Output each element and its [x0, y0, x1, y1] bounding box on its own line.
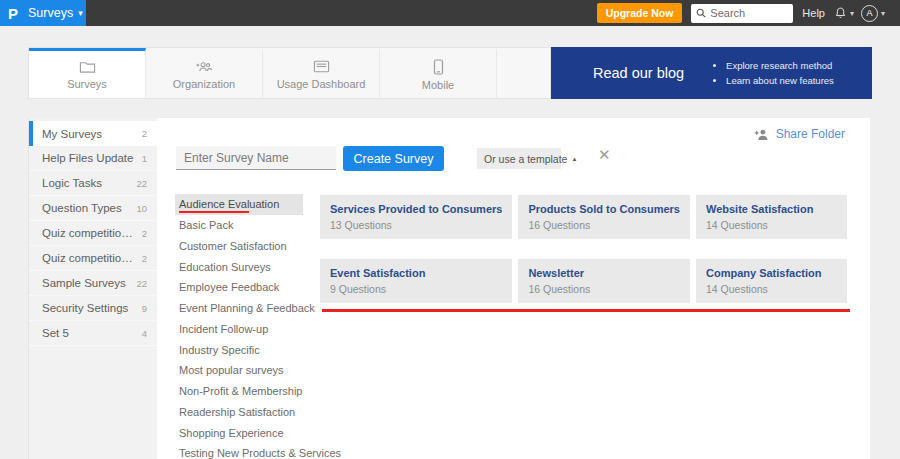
template-title: Event Satisfaction	[330, 267, 502, 279]
tab-organization[interactable]: Organization	[146, 48, 263, 98]
template-card-services-provided[interactable]: Services Provided to Consumers 13 Questi…	[320, 195, 512, 239]
template-question-count: 14 Questions	[706, 219, 837, 231]
category-item-non-profit-membership[interactable]: Non-Profit & Membership	[175, 381, 303, 402]
category-item-most-popular-surveys[interactable]: Most popular surveys	[175, 360, 303, 381]
category-item-employee-feedback[interactable]: Employee Feedback	[175, 277, 303, 298]
tabs-filler	[497, 48, 550, 98]
blog-bullet: Explore research method	[726, 58, 834, 73]
tabs-strip: Surveys Organization Usage Dashboard Mob…	[28, 47, 551, 99]
sidebar-item-count: 10	[136, 203, 147, 214]
template-question-count: 14 Questions	[706, 283, 837, 295]
share-folder-label: Share Folder	[776, 127, 845, 141]
category-item-testing-new-products[interactable]: Testing New Products & Services	[175, 443, 303, 459]
category-item-customer-satisfaction[interactable]: Customer Satisfaction	[175, 236, 303, 257]
template-card-company-satisfaction[interactable]: Company Satisfaction 14 Questions	[696, 259, 847, 303]
tab-surveys[interactable]: Surveys	[29, 48, 146, 98]
category-item-shopping-experience[interactable]: Shopping Experience	[175, 422, 303, 443]
dashboard-icon	[313, 59, 330, 74]
sidebar-item-label: Security Settings	[42, 302, 136, 314]
template-card-website-satisfaction[interactable]: Website Satisfaction 14 Questions	[696, 195, 847, 239]
avatar[interactable]: A	[861, 5, 878, 22]
template-dropdown-label: Or use a template	[484, 153, 567, 165]
sidebar-item-label: Question Types	[42, 202, 130, 214]
annotation-line	[322, 309, 850, 312]
folder-icon	[79, 59, 96, 74]
sidebar-item-count: 4	[142, 328, 147, 339]
template-card-event-satisfaction[interactable]: Event Satisfaction 9 Questions	[320, 259, 512, 303]
template-title: Newsletter	[528, 267, 680, 279]
category-label: Incident Follow-up	[179, 323, 268, 335]
sidebar-item-count: 2	[142, 228, 147, 239]
template-title: Products Sold to Consumers	[528, 203, 680, 215]
category-label: Most popular surveys	[179, 364, 284, 376]
template-cards-grid: Services Provided to Consumers 13 Questi…	[320, 195, 847, 303]
share-folder-button[interactable]: Share Folder	[754, 127, 845, 141]
close-template-panel-icon[interactable]: ✕	[598, 147, 611, 162]
sidebar-item-help-files-update[interactable]: Help Files Update 1	[29, 146, 157, 171]
blog-banner-title: Read our blog	[593, 65, 684, 81]
category-label: Basic Pack	[179, 219, 233, 231]
category-item-incident-follow-up[interactable]: Incident Follow-up	[175, 319, 303, 340]
product-switcher[interactable]: P Surveys ▾	[0, 0, 86, 26]
category-item-education-surveys[interactable]: Education Surveys	[175, 256, 303, 277]
sidebar-item-label: Logic Tasks	[42, 177, 130, 189]
sidebar-item-count: 2	[142, 253, 147, 264]
sidebar-item-my-surveys[interactable]: My Surveys 2	[29, 121, 157, 146]
sidebar-item-count: 1	[142, 153, 147, 164]
category-label: Event Planning & Feedback	[179, 302, 315, 314]
template-title: Services Provided to Consumers	[330, 203, 502, 215]
category-item-audience-evaluation[interactable]: Audience Evaluation	[175, 194, 303, 215]
sidebar-item-sample-surveys[interactable]: Sample Surveys 22	[29, 271, 157, 296]
sidebar-item-quiz-competition-2[interactable]: Quiz competition - ... 2	[29, 246, 157, 271]
tab-mobile[interactable]: Mobile	[380, 48, 497, 98]
annotation-underline	[179, 211, 249, 213]
category-item-event-planning-feedback[interactable]: Event Planning & Feedback	[175, 298, 303, 319]
category-item-readership-satisfaction[interactable]: Readership Satisfaction	[175, 402, 303, 423]
sidebar-item-question-types[interactable]: Question Types 10	[29, 196, 157, 221]
template-question-count: 13 Questions	[330, 219, 502, 231]
template-question-count: 16 Questions	[528, 219, 680, 231]
search-box[interactable]	[691, 4, 793, 23]
sidebar-item-count: 22	[136, 278, 147, 289]
bell-chevron-down-icon[interactable]: ▾	[850, 9, 854, 18]
sidebar-item-label: Help Files Update	[42, 152, 136, 164]
search-icon	[696, 8, 706, 18]
blog-banner[interactable]: Read our blog Explore research method Le…	[551, 47, 872, 99]
category-item-basic-pack[interactable]: Basic Pack	[175, 215, 303, 236]
sidebar-item-label: Sample Surveys	[42, 277, 130, 289]
primary-tabs-row: Surveys Organization Usage Dashboard Mob…	[28, 47, 872, 99]
sidebar-item-quiz-competition-1[interactable]: Quiz competition - ... 2	[29, 221, 157, 246]
sidebar-item-set-5[interactable]: Set 5 4	[29, 321, 157, 346]
sidebar-item-count: 22	[136, 178, 147, 189]
category-label: Shopping Experience	[179, 427, 284, 439]
notifications-bell-icon[interactable]	[834, 6, 847, 20]
blog-bullet: Learn about new features	[726, 73, 834, 88]
account-menu[interactable]: A ▾	[859, 5, 890, 22]
upgrade-now-button[interactable]: Upgrade Now	[597, 3, 683, 23]
category-label: Testing New Products & Services	[179, 447, 341, 459]
template-dropdown[interactable]: Or use a template ▲	[477, 148, 561, 169]
topbar-actions: Upgrade Now Help ▾ A ▾	[597, 0, 900, 26]
tab-label: Organization	[173, 78, 235, 90]
category-item-industry-specific[interactable]: Industry Specific	[175, 339, 303, 360]
main-panel: My Surveys 2 Help Files Update 1 Logic T…	[28, 118, 870, 459]
folders-sidebar: My Surveys 2 Help Files Update 1 Logic T…	[28, 118, 157, 459]
template-categories-list: Audience Evaluation Basic Pack Customer …	[175, 194, 303, 459]
sidebar-item-logic-tasks[interactable]: Logic Tasks 22	[29, 171, 157, 196]
survey-name-input[interactable]	[176, 146, 336, 170]
search-input[interactable]	[710, 7, 788, 19]
account-chevron-down-icon: ▾	[881, 9, 885, 18]
template-card-newsletter[interactable]: Newsletter 16 Questions	[518, 259, 690, 303]
template-card-products-sold[interactable]: Products Sold to Consumers 16 Questions	[518, 195, 690, 239]
people-add-icon	[195, 59, 213, 74]
create-survey-button[interactable]: Create Survey	[343, 146, 444, 171]
template-question-count: 16 Questions	[528, 283, 680, 295]
sidebar-item-security-settings[interactable]: Security Settings 9	[29, 296, 157, 321]
category-label: Customer Satisfaction	[179, 240, 287, 252]
chevron-up-icon: ▲	[571, 156, 577, 162]
template-title: Website Satisfaction	[706, 203, 837, 215]
category-label: Non-Profit & Membership	[179, 385, 303, 397]
tab-usage-dashboard[interactable]: Usage Dashboard	[263, 48, 380, 98]
blog-banner-bullets: Explore research method Learn about new …	[726, 58, 834, 88]
help-link[interactable]: Help	[802, 7, 825, 19]
